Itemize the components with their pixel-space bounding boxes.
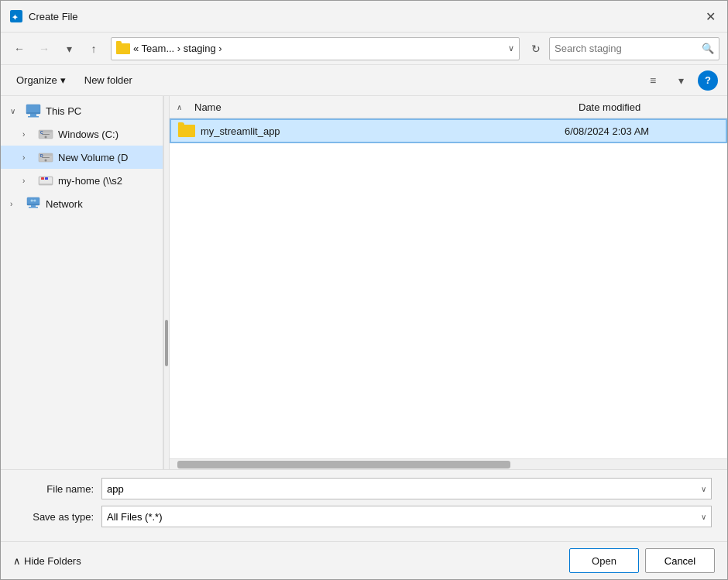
file-list-header: ∧ Name Date modified	[170, 96, 727, 118]
hide-folders-label: Hide Folders	[24, 555, 81, 567]
folder-icon	[177, 123, 196, 139]
h-scroll-thumb	[177, 461, 510, 468]
organize-label: Organize	[16, 74, 57, 86]
windows-c-icon: C	[38, 126, 53, 142]
svg-rect-21	[27, 204, 39, 205]
svg-point-8	[45, 136, 47, 139]
sidebar-item-windows-c[interactable]: › C Windows (C:)	[1, 122, 163, 146]
svg-rect-18	[41, 177, 44, 180]
file-name-input-container[interactable]: ∨	[101, 478, 712, 499]
refresh-button[interactable]: ↻	[526, 39, 546, 59]
organize-button[interactable]: Organize ▾	[10, 71, 72, 89]
new-folder-label: New folder	[84, 74, 132, 86]
back-button[interactable]: ←	[9, 38, 30, 60]
sidebar-item-this-pc[interactable]: ∨ This PC	[1, 99, 163, 122]
sidebar-scroll-thumb	[165, 320, 168, 366]
h-scroll-track	[170, 459, 727, 470]
file-name-label: File name:	[16, 483, 101, 495]
save-type-input-container[interactable]: ∨	[101, 506, 712, 527]
sidebar-item-my-home[interactable]: › my-home (\\s2	[1, 169, 163, 192]
svg-text:C: C	[40, 130, 43, 135]
view-button[interactable]: ≡	[642, 70, 664, 91]
sidebar-item-new-volume[interactable]: › D New Volume (D	[1, 146, 163, 169]
new-folder-button[interactable]: New folder	[78, 71, 139, 89]
new-volume-chevron: ›	[22, 153, 33, 162]
svg-point-13	[45, 160, 47, 162]
view-icon: ≡	[650, 74, 656, 87]
bottom-area: File name: ∨ Save as type: ∨	[1, 469, 727, 541]
network-icon	[26, 196, 41, 211]
network-label: Network	[46, 198, 83, 210]
create-file-dialog: ✦ Create File ✕ ← → ▾ ↑ « Team... › stag…	[0, 0, 728, 580]
svg-rect-19	[45, 177, 48, 180]
sidebar: ∨ This PC ›	[1, 96, 163, 469]
svg-rect-4	[30, 114, 36, 116]
address-dropdown-icon[interactable]: ∨	[508, 43, 514, 53]
search-icon: 🔍	[702, 43, 714, 54]
sidebar-scrollbar[interactable]	[163, 96, 170, 469]
hide-folders-button[interactable]: ∧ Hide Folders	[13, 555, 81, 567]
svg-rect-22	[31, 205, 36, 207]
footer-buttons: Open Cancel	[569, 548, 715, 573]
file-date: 6/08/2024 2:03 AM	[565, 125, 719, 137]
svg-rect-3	[26, 112, 40, 114]
address-folder-icon	[116, 43, 130, 54]
search-input[interactable]	[555, 43, 702, 54]
address-text: « Team... › staging ›	[133, 43, 505, 54]
dropdown-button[interactable]: ▾	[58, 38, 80, 60]
view-dropdown-button[interactable]: ▾	[670, 70, 692, 91]
organize-chevron: ▾	[60, 74, 66, 86]
main-content: ∨ This PC ›	[1, 96, 727, 469]
title-bar-left: ✦ Create File	[10, 10, 78, 22]
view-chevron: ▾	[678, 74, 684, 87]
file-panel: ∧ Name Date modified my_streamlit_app 6/…	[170, 96, 727, 469]
my-home-icon	[38, 173, 53, 188]
new-volume-icon: D	[38, 149, 53, 165]
address-bar[interactable]: « Team... › staging › ∨	[111, 37, 520, 60]
table-row[interactable]: my_streamlit_app 6/08/2024 2:03 AM	[170, 118, 727, 143]
my-home-chevron: ›	[22, 177, 33, 185]
footer: ∧ Hide Folders Open Cancel	[1, 541, 727, 579]
title-bar: ✦ Create File ✕	[1, 1, 727, 33]
cancel-button[interactable]: Cancel	[645, 548, 715, 573]
up-button[interactable]: ↑	[83, 38, 105, 60]
svg-text:D: D	[40, 153, 43, 158]
col-date-header[interactable]: Date modified	[572, 98, 727, 116]
search-bar[interactable]: 🔍	[549, 37, 719, 60]
col-name-header[interactable]: Name	[188, 98, 572, 116]
file-list: my_streamlit_app 6/08/2024 2:03 AM	[170, 118, 727, 458]
forward-button[interactable]: →	[33, 38, 55, 60]
windows-c-label: Windows (C:)	[58, 129, 118, 140]
close-button[interactable]: ✕	[699, 5, 721, 27]
svg-text:✦: ✦	[12, 13, 19, 22]
network-chevron: ›	[10, 200, 21, 208]
save-type-row: Save as type: ∨	[16, 506, 712, 527]
this-pc-icon	[26, 103, 41, 118]
sidebar-item-network[interactable]: › Network	[1, 192, 163, 215]
nav-bar: ← → ▾ ↑ « Team... › staging › ∨ ↻ 🔍	[1, 33, 727, 65]
new-volume-label: New Volume (D	[58, 152, 128, 163]
svg-rect-23	[29, 207, 38, 208]
horizontal-scrollbar[interactable]	[170, 458, 727, 469]
help-button[interactable]: ?	[698, 70, 718, 91]
toolbar: Organize ▾ New folder ≡ ▾ ?	[1, 65, 727, 96]
file-name-input[interactable]	[107, 483, 701, 495]
save-type-label: Save as type:	[16, 511, 101, 523]
vscode-icon: ✦	[10, 10, 22, 22]
open-button[interactable]: Open	[569, 548, 639, 573]
save-type-input[interactable]	[107, 511, 701, 523]
dialog-title: Create File	[29, 11, 78, 22]
up-arrow-icon: ∧	[177, 103, 182, 112]
file-name-row: File name: ∨	[16, 478, 712, 499]
my-home-label: my-home (\\s2	[58, 175, 122, 187]
hide-folders-chevron: ∧	[13, 555, 21, 567]
this-pc-label: This PC	[46, 105, 81, 117]
file-name: my_streamlit_app	[201, 125, 565, 137]
windows-c-chevron: ›	[22, 130, 33, 139]
file-name-chevron[interactable]: ∨	[701, 485, 706, 493]
this-pc-chevron: ∨	[10, 107, 21, 115]
sort-up-button[interactable]: ∧	[170, 96, 188, 118]
save-type-chevron[interactable]: ∨	[701, 513, 706, 521]
svg-rect-5	[28, 116, 39, 118]
